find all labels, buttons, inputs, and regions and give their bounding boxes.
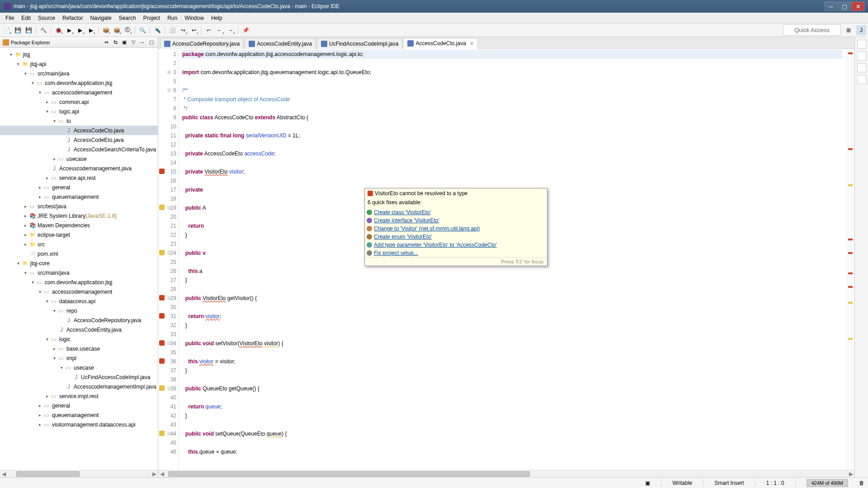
heap-status[interactable]: 424M of 498M xyxy=(807,479,848,487)
overview-ruler[interactable] xyxy=(846,49,854,470)
link-editor-button[interactable]: ⇆ xyxy=(112,39,119,46)
tree-item[interactable]: ▸src/test/java xyxy=(0,202,158,211)
quickfix-item[interactable]: Create class 'VisitorEto' xyxy=(365,208,547,216)
tree-item[interactable]: ▾logic xyxy=(0,334,158,344)
new-project-button[interactable]: 📦 xyxy=(101,25,111,35)
tree-item[interactable]: JAccessCodeEntity.java xyxy=(0,325,158,334)
back-button[interactable]: ← xyxy=(215,25,225,35)
search-button[interactable]: 🔦 xyxy=(152,25,162,35)
tree-item[interactable]: ▸base.usecase xyxy=(0,344,158,353)
run-button[interactable]: ▶ xyxy=(64,25,74,35)
tree-item[interactable]: JAccessCodeCto.java xyxy=(0,126,158,135)
new-button[interactable]: 📄 xyxy=(2,25,12,35)
quickfix-item[interactable]: Fix project setup... xyxy=(365,249,547,257)
menu-file[interactable]: File xyxy=(2,14,18,23)
save-all-button[interactable]: 💾 xyxy=(24,25,33,35)
tree-item[interactable]: ▾usecase xyxy=(0,363,158,372)
java-perspective-button[interactable]: J xyxy=(856,25,866,35)
tree-item[interactable]: JAccessCodeRepository.java xyxy=(0,315,158,325)
tree-item[interactable]: JAccesscodemanagementImpl.java xyxy=(0,382,158,391)
maximize-view-button[interactable]: ▢ xyxy=(148,39,155,46)
sidebar-hscroll[interactable]: ◀▶ xyxy=(0,470,158,477)
build-button[interactable]: 🔨 xyxy=(38,25,48,35)
menu-help[interactable]: Help xyxy=(208,14,226,23)
editor-tab[interactable]: AccessCodeRepository.java xyxy=(160,38,244,49)
tree-item[interactable]: ▸queuemanagement xyxy=(0,192,158,202)
tree-item[interactable]: ▾📁jtqj-core xyxy=(0,258,158,268)
ext-tools-button[interactable]: ▶ xyxy=(86,25,96,35)
editor-tab[interactable]: UcFindAccessCodeImpl.java xyxy=(317,38,402,49)
pin-button[interactable]: 📌 xyxy=(241,25,250,35)
tree-item[interactable]: ▾📁jtqj-api xyxy=(0,59,158,69)
tree-item[interactable]: ▾com.devonfw.application.jtqj xyxy=(0,78,158,88)
new-package-button[interactable]: 📦 xyxy=(112,25,122,35)
tree-item[interactable]: ▸📁eclipse-target xyxy=(0,230,158,239)
tree-item[interactable]: JAccesscodemanagement.java xyxy=(0,164,158,173)
tree-item[interactable]: ▸service.impl.rest xyxy=(0,391,158,401)
tree-item[interactable]: ▸queuemanagement xyxy=(0,410,158,420)
tree-item[interactable]: JAccessCodeSearchCriteriaTo.java xyxy=(0,145,158,154)
tree-item[interactable]: JUcFindAccessCodeImpl.java xyxy=(0,372,158,382)
last-edit-button[interactable]: ⤺ xyxy=(204,25,214,35)
tree-item[interactable]: ▸📚Maven Dependencies xyxy=(0,221,158,230)
maximize-button[interactable]: ▢ xyxy=(838,2,851,11)
focus-button[interactable]: ▣ xyxy=(121,39,128,46)
menu-refactor[interactable]: Refactor xyxy=(59,14,86,23)
tree-item[interactable]: 📄pom.xml xyxy=(0,249,158,258)
tree-item[interactable]: ▾logic.api xyxy=(0,107,158,116)
save-button[interactable]: 💾 xyxy=(13,25,23,35)
quickfix-item[interactable]: Create enum 'VisitorEto' xyxy=(365,233,547,241)
editor-tab[interactable]: AccessCodeCto.java✕ xyxy=(403,38,477,49)
collapse-all-button[interactable]: ⇔ xyxy=(103,39,110,46)
tree-item[interactable]: ▸service.api.rest xyxy=(0,173,158,183)
tree-item[interactable]: ▾impl xyxy=(0,353,158,363)
quick-access[interactable]: Quick Access xyxy=(783,24,841,36)
close-button[interactable]: ✕ xyxy=(852,2,864,11)
package-tree[interactable]: ▾📁jtqj▾📁jtqj-api▾src/main/java▾com.devon… xyxy=(0,48,158,470)
tree-item[interactable]: JAccessCodeEto.java xyxy=(0,135,158,145)
annotation-nav-button[interactable]: ↪ xyxy=(178,25,188,35)
editor-hscroll[interactable]: ◀▶ xyxy=(158,470,854,477)
quickfix-item[interactable]: Create interface 'VisitorEto' xyxy=(365,216,547,225)
view-menu-button[interactable]: ▽ xyxy=(130,39,137,46)
menu-window[interactable]: Window xyxy=(181,14,208,23)
debug-button[interactable]: 🐞 xyxy=(53,25,63,35)
quickfix-item[interactable]: Change to 'Visitor' (net.sf.mmm.util.lan… xyxy=(365,225,547,233)
coverage-button[interactable]: ▶ xyxy=(75,25,85,35)
tree-item[interactable]: ▸general xyxy=(0,183,158,192)
tree-item[interactable]: ▾src/main/java xyxy=(0,268,158,277)
menu-run[interactable]: Run xyxy=(164,14,181,23)
minimize-view-button[interactable]: ─ xyxy=(139,39,146,46)
tree-item[interactable]: ▾repo xyxy=(0,306,158,315)
minimize-button[interactable]: ─ xyxy=(825,2,837,11)
tree-item[interactable]: ▸visitormanagement.dataaccess.api xyxy=(0,420,158,429)
open-perspective-button[interactable]: ⊞ xyxy=(844,25,854,35)
tree-item[interactable]: ▸📚JRE System Library [JavaSE-1.8] xyxy=(0,211,158,221)
outline-view-button[interactable] xyxy=(857,40,866,49)
task-view-button[interactable] xyxy=(857,52,866,61)
menu-project[interactable]: Project xyxy=(140,14,164,23)
tree-item[interactable]: ▸📁src xyxy=(0,239,158,249)
tree-item[interactable]: ▸usecase xyxy=(0,154,158,164)
quickfix-item[interactable]: Add type parameter 'VisitorEto' to 'Acce… xyxy=(365,241,547,249)
forward-button[interactable]: → xyxy=(226,25,236,35)
gc-button[interactable]: 🗑 xyxy=(859,480,864,486)
line-gutter[interactable]: 123⊞56⊟78910111213141516171819⊟202122232… xyxy=(158,49,179,470)
open-type-button[interactable]: 🔍 xyxy=(137,25,147,35)
toggle-breadcrumb-button[interactable]: ⬜ xyxy=(167,25,177,35)
other-view-button[interactable] xyxy=(857,63,866,72)
menu-edit[interactable]: Edit xyxy=(18,14,34,23)
tree-item[interactable]: ▾src/main/java xyxy=(0,69,158,78)
other-view2-button[interactable] xyxy=(857,75,866,84)
tree-item[interactable]: ▾com.devonfw.application.jtqj xyxy=(0,277,158,287)
tree-item[interactable]: ▾accesscodemanagement xyxy=(0,88,158,97)
editor-tab[interactable]: AccessCodeEntity.java xyxy=(245,38,316,49)
menu-search[interactable]: Search xyxy=(115,14,140,23)
menu-navigate[interactable]: Navigate xyxy=(86,14,115,23)
tree-item[interactable]: ▾accesscodemanagement xyxy=(0,287,158,296)
tree-item[interactable]: ▸common.api xyxy=(0,97,158,107)
console-icon[interactable]: ▣ xyxy=(645,480,650,486)
tree-item[interactable]: ▸general xyxy=(0,401,158,410)
tree-item[interactable]: ▾to xyxy=(0,116,158,126)
menu-source[interactable]: Source xyxy=(34,14,59,23)
